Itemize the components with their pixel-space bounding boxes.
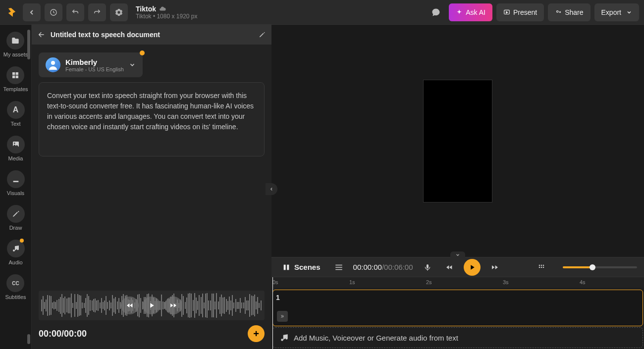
- add-tts-button[interactable]: +: [248, 325, 265, 342]
- chevron-down-icon: [129, 61, 136, 68]
- svg-rect-11: [287, 264, 289, 270]
- doc-back-button[interactable]: [38, 31, 46, 39]
- svg-point-15: [542, 264, 544, 266]
- scene-transition-button[interactable]: [277, 311, 288, 322]
- sidebar-item-draw[interactable]: Draw: [7, 205, 25, 231]
- sidebar-item-label: Subtitles: [5, 294, 26, 300]
- scene-number: 1: [276, 294, 280, 301]
- history-button[interactable]: [45, 3, 62, 21]
- scene-track-1[interactable]: 1: [272, 290, 643, 326]
- ruler-tick: 4s: [580, 279, 586, 285]
- mic-button[interactable]: [420, 260, 435, 275]
- timeline-time: 00:00:00/00:06:00: [353, 263, 413, 271]
- svg-point-16: [538, 266, 540, 268]
- sidebar-item-label: Templates: [3, 86, 28, 92]
- video-preview[interactable]: [423, 80, 492, 202]
- next-frame-button[interactable]: [487, 260, 502, 275]
- sidebar-item-media[interactable]: Media: [7, 136, 25, 161]
- sidebar-item-text[interactable]: A Text: [7, 101, 25, 127]
- ruler-tick: 2s: [426, 279, 432, 285]
- sidebar-item-label: Visuals: [7, 190, 24, 196]
- svg-rect-5: [12, 76, 15, 78]
- wave-time-display: 00:00/00:00: [39, 329, 87, 339]
- svg-rect-12: [427, 264, 429, 268]
- sidebar-item-visuals[interactable]: Visuals: [7, 170, 25, 196]
- tool-sidebar: My assets Templates A Text Media Visuals…: [0, 25, 32, 349]
- redo-button[interactable]: [88, 3, 106, 21]
- voice-new-indicator: [140, 50, 145, 55]
- svg-point-18: [542, 266, 544, 268]
- doc-title: Untitled text to speech document: [51, 31, 254, 39]
- sidebar-item-subtitles[interactable]: CC Subtitles: [5, 274, 26, 300]
- settings-button[interactable]: [110, 3, 128, 21]
- music-icon: [7, 240, 25, 257]
- share-label: Share: [565, 8, 583, 16]
- svg-rect-10: [284, 264, 286, 270]
- collapse-panel-button[interactable]: [266, 183, 277, 195]
- timeline-play-button[interactable]: [464, 259, 481, 276]
- svg-rect-4: [16, 72, 18, 75]
- voice-selector[interactable]: Kimberly Female - US US English: [39, 52, 143, 77]
- sidebar-item-audio[interactable]: Audio: [7, 240, 25, 265]
- cloud-sync-icon: [159, 5, 166, 12]
- text-icon: A: [7, 101, 25, 119]
- wave-rewind-button[interactable]: [121, 297, 139, 314]
- download-icon: [7, 170, 25, 188]
- svg-point-13: [538, 264, 540, 266]
- app-logo[interactable]: [4, 4, 20, 20]
- wave-play-button[interactable]: [143, 297, 161, 314]
- svg-point-2: [557, 10, 559, 12]
- ruler-tick: 0s: [272, 279, 278, 285]
- svg-rect-3: [12, 72, 15, 75]
- audio-track-label: Add Music, Voiceover or Generate audio f…: [294, 334, 458, 342]
- preview-and-timeline: Scenes 00:00:00/00:06:00: [271, 25, 644, 349]
- sidebar-scrollbar[interactable]: [27, 30, 30, 59]
- wave-forward-button[interactable]: [164, 297, 182, 314]
- present-button[interactable]: Present: [496, 3, 544, 21]
- edit-title-button[interactable]: [259, 31, 266, 38]
- chat-button[interactable]: [427, 3, 445, 21]
- ask-ai-label: Ask AI: [466, 8, 485, 16]
- tts-panel: Untitled text to speech document Kimberl…: [32, 25, 271, 349]
- prev-frame-button[interactable]: [442, 260, 457, 275]
- timeline-collapse-handle[interactable]: [450, 251, 465, 258]
- export-button[interactable]: Export: [594, 3, 639, 21]
- sidebar-item-templates[interactable]: Templates: [3, 66, 28, 92]
- sidebar-item-label: Draw: [9, 225, 22, 231]
- share-button[interactable]: Share: [548, 3, 590, 21]
- ruler-tick: 3s: [503, 279, 509, 285]
- export-label: Export: [601, 8, 621, 16]
- project-name[interactable]: Tiktok: [136, 5, 156, 13]
- ruler-tick: 1s: [349, 279, 355, 285]
- voice-description: Female - US US English: [65, 66, 124, 72]
- svg-point-17: [540, 266, 542, 268]
- svg-point-14: [540, 264, 542, 266]
- zoom-slider[interactable]: [563, 266, 637, 268]
- sidebar-item-my-assets[interactable]: My assets: [3, 32, 28, 57]
- playhead[interactable]: [272, 277, 273, 349]
- grid-view-button[interactable]: [534, 260, 549, 275]
- pencil-icon: [7, 205, 25, 223]
- timeline-ruler[interactable]: 0s1s2s3s4s: [271, 277, 644, 288]
- sidebar-item-label: Text: [10, 121, 20, 127]
- scenes-dropdown[interactable]: Scenes: [278, 261, 324, 273]
- audio-track-empty[interactable]: Add Music, Voiceover or Generate audio f…: [272, 327, 643, 348]
- undo-button[interactable]: [66, 3, 84, 21]
- sidebar-item-label: Media: [8, 155, 23, 161]
- grid-icon: [6, 66, 24, 84]
- voice-name: Kimberly: [65, 58, 124, 66]
- svg-rect-6: [16, 76, 18, 78]
- audio-track-icon: [280, 333, 289, 342]
- sidebar-item-label: Audio: [8, 259, 22, 265]
- project-dimensions: Tiktok • 1080 x 1920 px: [136, 13, 198, 20]
- timeline-menu-button[interactable]: [331, 260, 346, 275]
- tts-text-input[interactable]: Convert your text into speech straight f…: [39, 82, 265, 156]
- voice-avatar: [46, 57, 60, 72]
- svg-point-9: [51, 61, 55, 65]
- cc-icon: CC: [6, 274, 24, 292]
- sidebar-scrollbar-bottom[interactable]: [27, 334, 30, 344]
- present-label: Present: [513, 8, 537, 16]
- ask-ai-button[interactable]: Ask AI: [449, 3, 492, 21]
- back-button[interactable]: [23, 3, 41, 21]
- sidebar-item-label: My assets: [3, 51, 28, 57]
